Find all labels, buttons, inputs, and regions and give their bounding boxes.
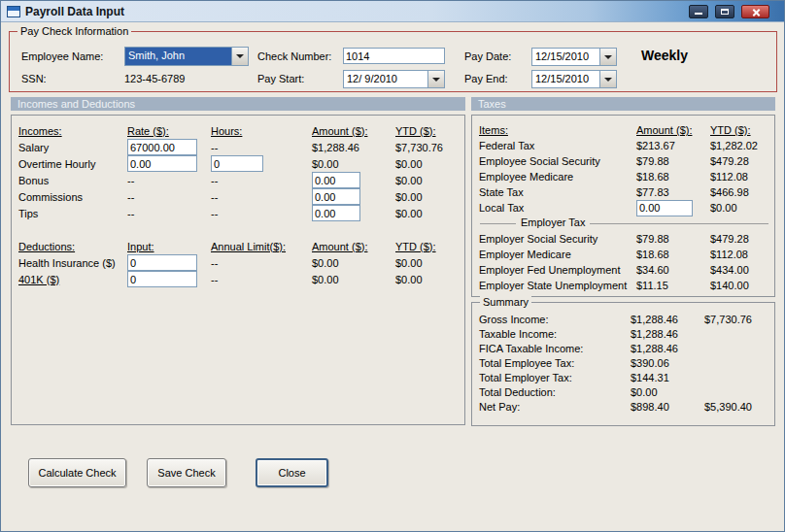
tax-row-label: Employer Fed Unemployment: [479, 264, 636, 276]
section-header-taxes: Taxes: [471, 97, 775, 111]
cell-dash: --: [127, 208, 211, 219]
pay-frequency-label: Weekly: [641, 48, 688, 63]
tax-ytd: $434.00: [710, 264, 774, 276]
summary-row-label: FICA Taxable Income:: [479, 343, 631, 354]
col-header-annual-limit: Annual Limit($):: [211, 241, 312, 252]
close-dialog-button[interactable]: Close: [256, 458, 328, 487]
pay-date-picker[interactable]: 12/15/2010: [531, 48, 617, 66]
pay-end-label: Pay End:: [464, 73, 508, 84]
col-header-amount: Amount ($):: [312, 125, 395, 137]
summary-ytd: $5,390.40: [704, 401, 774, 413]
summary-row-label: Gross Income:: [479, 314, 631, 325]
tax-row-label: Employer State Unemployment: [479, 280, 636, 291]
local-tax-input[interactable]: [636, 200, 693, 216]
col-header-ytd: YTD ($):: [395, 241, 464, 252]
summary-group-label: Summary: [480, 296, 531, 309]
summary-amount: $390.06: [631, 357, 704, 369]
tax-amount: $79.88: [636, 233, 710, 245]
tax-amount: $213.67: [636, 140, 710, 151]
summary-amount: $1,288.46: [631, 328, 704, 340]
tax-ytd: $112.08: [710, 171, 774, 183]
tax-row-label: Employee Medicare: [479, 171, 636, 183]
pay-end-picker[interactable]: 12/15/2010: [531, 70, 617, 88]
close-button[interactable]: [741, 5, 769, 18]
tax-amount: $18.68: [636, 171, 710, 183]
chevron-down-icon[interactable]: [599, 71, 616, 87]
col-header-deductions: Deductions:: [18, 241, 127, 252]
cell-dash: --: [211, 274, 312, 285]
summary-amount: $1,288.46: [631, 343, 704, 354]
paycheck-group-label: Pay Check Information: [17, 25, 131, 38]
window-title: Payroll Data Input: [25, 5, 124, 18]
cell-dash: --: [211, 142, 312, 153]
tax-ytd: $479.28: [710, 155, 774, 167]
close-icon: [752, 9, 761, 17]
401k-input[interactable]: [127, 271, 197, 287]
col-header-ytd: YTD ($):: [710, 124, 774, 136]
401k-amount: $0.00: [312, 274, 395, 285]
chevron-down-icon[interactable]: [231, 48, 248, 65]
employee-name-select[interactable]: Smith, John: [124, 47, 249, 66]
income-row-label: Commissions: [18, 191, 127, 203]
cell-dash: --: [211, 191, 312, 203]
incomes-deductions-panel: Incomes: Rate ($): Hours: Amount ($): YT…: [11, 115, 465, 425]
minimize-icon: [695, 13, 702, 15]
income-row-label: Overtime Hourly: [18, 158, 127, 170]
summary-amount: $898.40: [631, 401, 704, 413]
overtime-rate-input[interactable]: [127, 155, 197, 172]
tax-ytd: $466.98: [710, 186, 774, 198]
summary-amount: $144.31: [631, 372, 704, 383]
tax-amount: $77.83: [636, 186, 710, 198]
summary-amount: $0.00: [631, 386, 704, 398]
tax-amount: $18.68: [636, 249, 710, 260]
summary-row-label: Total Employer Tax:: [479, 372, 631, 383]
summary-ytd: $7,730.76: [704, 314, 774, 325]
summary-row-label: Total Deduction:: [479, 386, 631, 398]
section-header-incomes: Incomes and Deductions: [11, 97, 465, 111]
check-number-label: Check Number:: [257, 50, 331, 62]
cell-dash: --: [211, 208, 312, 219]
col-header-input: Input:: [127, 241, 211, 252]
minimize-button[interactable]: [689, 5, 708, 18]
taxes-panel: Items: Amount ($): YTD ($): Federal Tax …: [471, 115, 775, 297]
pay-start-picker[interactable]: 12/ 9/2010: [343, 70, 445, 88]
tax-ytd: $0.00: [710, 202, 774, 214]
deduction-row-label: Health Insurance ($): [18, 257, 127, 269]
health-insurance-input[interactable]: [127, 254, 197, 271]
commissions-ytd: $0.00: [395, 191, 464, 203]
overtime-hours-input[interactable]: [211, 155, 263, 172]
calculate-check-button[interactable]: Calculate Check: [28, 458, 126, 487]
employer-tax-header: Employer Tax: [516, 216, 590, 228]
col-header-rate: Rate ($):: [127, 125, 211, 137]
col-header-ytd: YTD ($):: [395, 125, 464, 137]
chevron-down-icon[interactable]: [427, 71, 444, 87]
tax-amount: $34.60: [636, 264, 710, 276]
chevron-down-icon[interactable]: [599, 49, 616, 65]
save-check-button[interactable]: Save Check: [147, 458, 226, 487]
tax-row-label: Federal Tax: [479, 140, 636, 151]
tax-row-label: Employee Social Security: [479, 155, 636, 167]
salary-rate-input[interactable]: [127, 139, 197, 155]
deduction-401k-link[interactable]: 401K ($): [18, 274, 127, 285]
tax-row-label: Employer Medicare: [479, 249, 636, 260]
app-icon: [7, 6, 20, 17]
bonus-amount-input[interactable]: [312, 172, 360, 188]
cell-dash: --: [211, 257, 312, 269]
tips-amount-input[interactable]: [312, 205, 360, 221]
pay-start-label: Pay Start:: [257, 73, 304, 84]
tax-ytd: $112.08: [710, 249, 774, 260]
income-row-label: Salary: [18, 142, 127, 153]
pay-end-value: 12/15/2010: [532, 71, 599, 87]
col-header-items: Items:: [479, 124, 636, 136]
tax-amount: $11.15: [636, 280, 710, 291]
check-number-input[interactable]: [343, 48, 445, 64]
commissions-amount-input[interactable]: [312, 188, 360, 205]
dialog-content: Pay Check Information Employee Name: Smi…: [1, 22, 784, 531]
col-header-amount: Amount ($):: [312, 241, 395, 252]
401k-ytd: $0.00: [395, 274, 464, 285]
income-row-label: Tips: [18, 208, 127, 219]
salary-amount: $1,288.46: [312, 142, 395, 153]
maximize-button[interactable]: [715, 5, 734, 18]
ssn-value: 123-45-6789: [124, 73, 185, 84]
tax-row-label: State Tax: [479, 186, 636, 198]
